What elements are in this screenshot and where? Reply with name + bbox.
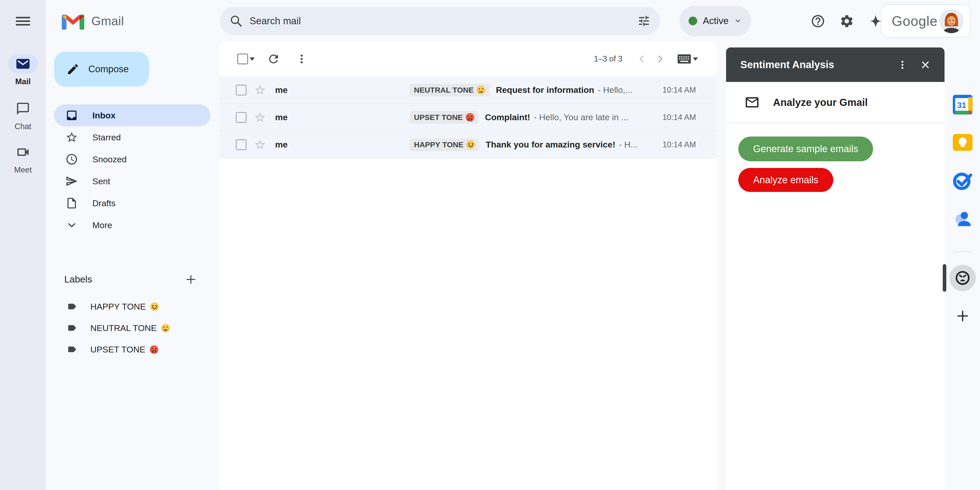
avatar [939,9,964,33]
get-addons-button[interactable] [950,303,975,329]
sentiment-addon-rail-button[interactable] [950,265,976,291]
contacts-rail-button[interactable] [950,206,975,231]
email-subject: Request for information [496,85,594,95]
top-bar: Gmail Active [46,0,980,42]
search-bar[interactable] [220,7,660,35]
calendar-rail-button[interactable]: 31 [950,92,975,118]
refresh-button[interactable] [263,48,284,70]
mail-icon [15,56,31,72]
google-keep-icon [951,131,974,154]
row-checkbox[interactable] [236,139,247,150]
sidebar-item-label: Inbox [92,110,116,121]
email-row[interactable]: me NEUTRAL TONE Request for information … [220,76,716,104]
folder-nav: Inbox Starred Snoozed Sent Drafts [46,104,220,236]
select-all-checkbox[interactable] [237,54,248,64]
google-account-button[interactable]: Google [881,4,971,38]
star-toggle-icon[interactable] [254,139,266,151]
mail-pill [8,54,38,73]
active-status-dot [689,17,697,25]
main-menu-button[interactable] [12,11,34,32]
star-icon [65,131,78,144]
email-subject: Thank you for amazing service! [486,140,615,150]
chevron-left-icon [637,54,647,64]
email-snippet: - Hello, You are late in ... [534,112,656,122]
sidebar-item-sent[interactable]: Sent [54,170,210,192]
upset-emoji-icon [150,345,158,354]
create-label-button[interactable] [181,269,201,290]
chat-status-selector[interactable]: Active [679,6,751,36]
star-toggle-icon[interactable] [254,111,266,123]
upset-emoji-icon [466,113,474,121]
chevron-down-icon [734,17,742,25]
sidebar-item-snoozed[interactable]: Snoozed [54,148,210,170]
rail-item-chat[interactable]: Chat [0,99,46,131]
compose-button[interactable]: Compose [54,52,149,86]
side-panel-rail: 31 [945,42,980,490]
sidebar-item-more[interactable]: More [54,214,210,236]
email-time: 10:14 AM [662,113,696,122]
sidebar-item-drafts[interactable]: Drafts [54,192,210,214]
row-checkbox[interactable] [236,112,247,123]
support-button[interactable] [805,8,831,34]
chip-text: UPSET TONE [414,113,463,122]
gmail-brand: Gmail [62,0,124,42]
tone-label-chip: UPSET TONE [410,111,478,124]
plus-icon [956,309,970,323]
row-checkbox[interactable] [236,85,247,95]
compose-pencil-icon [66,62,80,76]
google-tasks-icon [952,170,974,191]
email-row[interactable]: me HAPPY TONE Thank you for amazing serv… [220,131,716,159]
refresh-icon [267,52,280,65]
settings-button[interactable] [834,8,859,34]
email-sender: me [275,85,410,95]
tasks-rail-button[interactable] [950,168,975,193]
panel-menu-button[interactable] [891,53,914,76]
rail-label-mail: Mail [15,77,30,86]
email-sender: me [275,112,410,122]
rail-label-chat: Chat [14,122,31,131]
search-input[interactable] [247,16,633,27]
email-sender: me [275,140,410,150]
rail-item-mail[interactable]: Mail [0,54,46,86]
sidebar-item-label: Drafts [92,198,116,208]
newer-page-button[interactable] [633,50,651,68]
compose-label: Compose [88,64,129,75]
email-row[interactable]: me UPSET TONE Complaint! - Hello, You ar… [220,104,716,131]
draft-icon [65,197,78,210]
panel-title: Sentiment Analysis [740,59,891,70]
generate-sample-emails-button[interactable]: Generate sample emails [738,137,873,161]
select-all-button[interactable] [236,48,256,70]
star-toggle-icon[interactable] [254,84,266,96]
chevron-down-icon [65,219,78,231]
rail-item-meet[interactable]: Meet [0,142,46,175]
sidebar-item-starred[interactable]: Starred [54,126,210,148]
label-item-upset-tone[interactable]: UPSET TONE [46,339,220,360]
keep-rail-button[interactable] [950,130,975,155]
label-tag-icon [66,301,78,312]
older-page-button[interactable] [651,50,670,68]
search-options-button[interactable] [633,10,655,32]
red-haired-woman-avatar-image [939,9,964,33]
input-tools-selector[interactable] [677,53,698,65]
sentiment-addon-icon [955,270,970,286]
pagination-text: 1–3 of 3 [594,54,622,64]
chip-text: HAPPY TONE [414,140,463,149]
label-item-neutral-tone[interactable]: NEUTRAL TONE [46,317,220,339]
settings-gear-icon [839,14,854,29]
sidebar-item-inbox[interactable]: Inbox [54,104,210,126]
search-button[interactable] [225,10,247,32]
analyze-emails-button[interactable]: Analyze emails [738,168,833,192]
panel-close-button[interactable] [914,53,937,76]
select-dropdown-caret-icon[interactable] [250,57,255,61]
more-options-button[interactable] [291,48,312,70]
label-text: HAPPY TONE [90,302,146,312]
active-addon-indicator [943,264,946,292]
label-item-happy-tone[interactable]: HAPPY TONE [46,296,220,317]
label-tag-icon [66,344,78,355]
svg-text:31: 31 [957,101,966,110]
neutral-emoji-icon [477,86,485,94]
tone-label-chip: NEUTRAL TONE [410,84,489,97]
google-wordmark: Google [892,13,938,29]
sidebar-item-label: More [92,220,112,230]
keyboard-dropdown-caret-icon[interactable] [693,57,698,61]
